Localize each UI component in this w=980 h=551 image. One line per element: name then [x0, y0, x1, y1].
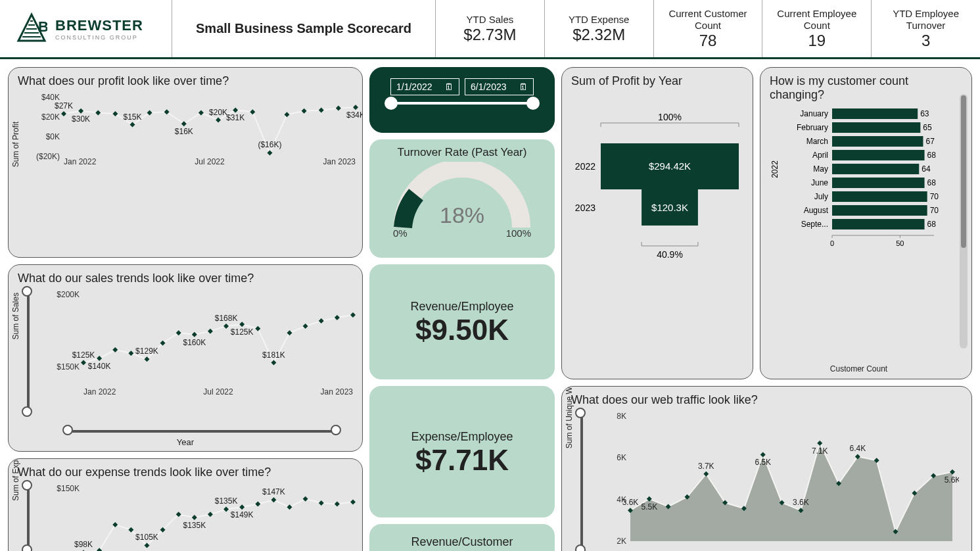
- svg-text:August: August: [804, 206, 829, 215]
- svg-text:$200K: $200K: [57, 290, 80, 299]
- svg-text:3.6K: 3.6K: [793, 498, 809, 507]
- kpi-employee-count: Current Employee Count 19: [762, 0, 871, 57]
- svg-text:Jul 2022: Jul 2022: [203, 387, 233, 396]
- svg-text:$147K: $147K: [262, 487, 285, 496]
- card-label: Expense/Employee: [411, 430, 513, 444]
- slider-handle-left[interactable]: [385, 97, 398, 110]
- x-axis-label: Customer Count: [760, 364, 957, 373]
- svg-text:($20K): ($20K): [36, 152, 60, 161]
- svg-text:$149K: $149K: [231, 510, 254, 519]
- svg-text:50: 50: [896, 239, 904, 247]
- svg-text:$181K: $181K: [262, 350, 285, 360]
- svg-rect-65: [832, 178, 925, 188]
- logo-block: B BREWSTER CONSULTING GROUP: [0, 0, 172, 57]
- svg-text:$30K: $30K: [72, 114, 90, 124]
- panel-title: What does our profit look like over time…: [18, 74, 353, 88]
- svg-text:$135K: $135K: [215, 496, 238, 506]
- kpi-ytd-sales: YTD Sales $2.73M: [435, 0, 544, 57]
- gauge-title: Turnover Rate (Past Year): [398, 146, 527, 159]
- svg-rect-71: [832, 205, 927, 216]
- svg-text:63: 63: [920, 109, 929, 118]
- svg-text:($16K): ($16K): [258, 140, 281, 149]
- svg-rect-74: [832, 219, 925, 229]
- panel-sales-over-time: What do our sales trends look like over …: [8, 264, 363, 452]
- svg-text:Jan 2023: Jan 2023: [323, 157, 356, 166]
- svg-text:70: 70: [930, 192, 939, 201]
- chart-web-traffic[interactable]: 2K4K6K8KJan 2022Jul 2022Jan 20233.6K5.5K…: [604, 410, 959, 551]
- svg-text:3.7K: 3.7K: [698, 462, 714, 471]
- svg-text:67: 67: [925, 137, 935, 146]
- y-axis-label: Sum of Sales: [11, 293, 20, 339]
- svg-text:2022: 2022: [770, 160, 780, 178]
- svg-text:$15K: $15K: [123, 112, 141, 122]
- svg-text:$27K: $27K: [55, 101, 73, 110]
- svg-text:6.4K: 6.4K: [850, 444, 866, 453]
- svg-text:$140K: $140K: [88, 362, 111, 371]
- chart-profit-over-time[interactable]: ($20K)$0K$20K$40KJan 2022Jul 2022Jan 202…: [27, 91, 362, 170]
- panel-title: Sum of Profit by Year: [571, 74, 743, 88]
- kpi-ytd-expense: YTD Expense $2.32M: [544, 0, 653, 57]
- brand-sub: CONSULTING GROUP: [55, 34, 143, 41]
- svg-text:$294.42K: $294.42K: [649, 160, 691, 172]
- svg-text:March: March: [806, 137, 828, 146]
- svg-text:40.9%: 40.9%: [657, 249, 683, 260]
- svg-text:$0K: $0K: [46, 132, 60, 141]
- panel-profit-by-year: Sum of Profit by Year 2022$294.42K100%20…: [561, 67, 753, 379]
- y-range-slider[interactable]: [27, 485, 30, 550]
- date-to-input[interactable]: 6/1/2023 🗓: [465, 78, 534, 95]
- panel-customer-count: How is my customer count changing? 2022J…: [760, 67, 972, 379]
- panel-expense-over-time: What do our expense trends look like ove…: [8, 458, 363, 551]
- panel-title: What do our sales trends look like over …: [18, 272, 353, 285]
- date-from-input[interactable]: 1/1/2022 🗓: [390, 78, 459, 95]
- kpi-employee-turnover: YTD Employee Turnover 3: [871, 0, 980, 57]
- svg-rect-56: [832, 136, 923, 147]
- panel-title: What do our expense trends look like ove…: [18, 466, 353, 479]
- scrollbar[interactable]: [960, 94, 968, 348]
- gauge-min: 0%: [393, 228, 408, 239]
- panel-title: What does our web traffic look like?: [571, 393, 962, 407]
- svg-text:70: 70: [930, 206, 939, 215]
- svg-text:Jan 2023: Jan 2023: [321, 387, 354, 396]
- svg-text:68: 68: [927, 178, 937, 187]
- svg-text:$98K: $98K: [74, 540, 93, 549]
- card-value: $7.71K: [415, 444, 509, 477]
- svg-text:5.5K: 5.5K: [641, 502, 657, 512]
- svg-text:Septe...: Septe...: [801, 220, 828, 229]
- svg-text:Jan 2022: Jan 2022: [64, 157, 97, 166]
- calendar-icon: 🗓: [444, 82, 454, 92]
- slider-handle-right[interactable]: [526, 97, 540, 110]
- svg-text:January: January: [800, 109, 828, 118]
- svg-text:8K: 8K: [617, 412, 626, 421]
- svg-text:July: July: [814, 192, 828, 201]
- kpi-customer-count: Current Customer Count 78: [653, 0, 762, 57]
- chart-expense-over-time[interactable]: $100K$150KJan 2022Jul 2022Jan 2023$98K$1…: [51, 482, 360, 551]
- y-axis-label: Sum of Profit: [11, 121, 20, 166]
- svg-text:$150K: $150K: [57, 484, 80, 493]
- chart-customer-count[interactable]: 2022January63February65March67April68May…: [770, 105, 954, 276]
- svg-rect-50: [832, 108, 918, 119]
- svg-text:2023: 2023: [575, 203, 595, 213]
- x-range-slider[interactable]: [68, 430, 336, 433]
- y-range-slider[interactable]: [580, 413, 583, 550]
- page-title: Small Business Sample Scorecard: [172, 0, 435, 57]
- svg-text:$129K: $129K: [135, 347, 158, 356]
- scrollbar-thumb[interactable]: [961, 95, 966, 248]
- panel-profit-over-time: What does our profit look like over time…: [8, 67, 363, 258]
- svg-text:$125K: $125K: [72, 350, 95, 360]
- svg-rect-68: [832, 191, 927, 202]
- svg-text:Jul 2022: Jul 2022: [195, 157, 225, 166]
- svg-text:$150K: $150K: [57, 362, 80, 371]
- svg-text:$105K: $105K: [135, 533, 158, 542]
- y-range-slider[interactable]: [27, 291, 30, 412]
- date-range-slider[interactable]: [387, 102, 537, 105]
- chart-profit-by-year[interactable]: 2022$294.42K100%2023$120.3K40.9%: [571, 91, 745, 295]
- svg-rect-53: [832, 122, 920, 133]
- panel-date-slicer: 1/1/2022 🗓 6/1/2023 🗓: [369, 67, 555, 133]
- svg-rect-59: [832, 150, 925, 160]
- card-expense-per-employee: Expense/Employee $7.71K: [369, 386, 555, 517]
- panel-title: How is my customer count changing?: [770, 74, 957, 102]
- svg-text:0: 0: [830, 239, 834, 247]
- y-axis-label: Sum of Expense: [11, 458, 20, 501]
- chart-sales-over-time[interactable]: $150K$200KJan 2022Jul 2022Jan 2023$125K$…: [51, 288, 360, 400]
- card-label: Revenue/Customer: [411, 535, 513, 549]
